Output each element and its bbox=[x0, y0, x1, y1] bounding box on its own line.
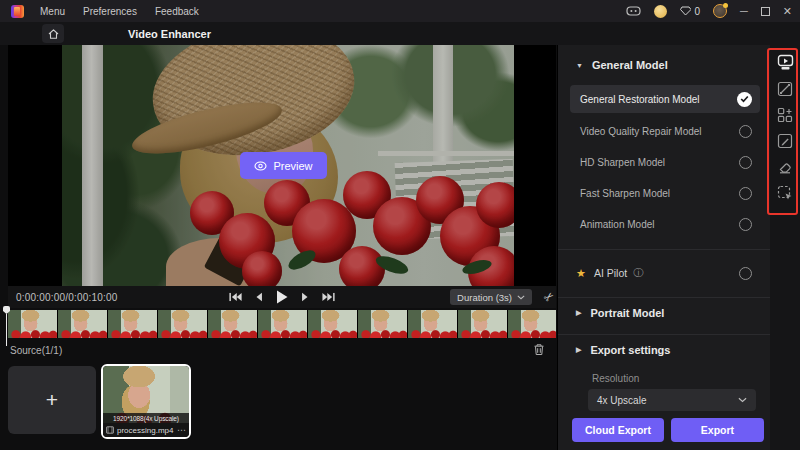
app-logo-icon bbox=[11, 5, 24, 18]
model-options: General Restoration ModelVideo Quality R… bbox=[570, 85, 760, 240]
minimize-icon[interactable]: ─ bbox=[740, 6, 748, 17]
duration-label: Duration (3s) bbox=[457, 292, 512, 303]
info-icon[interactable]: ⓘ bbox=[633, 266, 643, 280]
chevron-down-icon bbox=[517, 295, 525, 300]
edit-icon[interactable] bbox=[776, 132, 794, 150]
star-icon: ★ bbox=[576, 267, 586, 280]
divider bbox=[558, 334, 770, 335]
enhance-video-icon[interactable] bbox=[776, 53, 794, 71]
gem-icon bbox=[680, 6, 691, 16]
object-removal-icon[interactable] bbox=[776, 184, 794, 202]
export-settings-header[interactable]: ▶ Export settings bbox=[576, 344, 670, 356]
divider bbox=[558, 249, 770, 250]
divider bbox=[558, 297, 770, 298]
add-source-button[interactable]: + bbox=[8, 366, 96, 434]
close-icon[interactable]: ✕ bbox=[783, 6, 792, 17]
radio-checked-icon[interactable] bbox=[737, 92, 752, 107]
preferences-button[interactable]: Preferences bbox=[83, 6, 137, 17]
trash-icon[interactable] bbox=[533, 342, 545, 360]
page-title: Video Enhancer bbox=[128, 28, 211, 40]
collapse-arrow-icon: ▼ bbox=[576, 62, 583, 69]
preview-button[interactable]: Preview bbox=[240, 152, 327, 179]
model-option-hd-sharpen-model[interactable]: HD Sharpen Model bbox=[570, 147, 760, 178]
tabbar: Video Enhancer bbox=[0, 22, 800, 45]
video-file-icon bbox=[106, 426, 114, 434]
filmstrip-frame bbox=[508, 310, 556, 338]
general-model-header[interactable]: ▼ General Model bbox=[576, 59, 668, 71]
playhead-line bbox=[6, 314, 7, 346]
filmstrip-frame bbox=[8, 310, 57, 338]
filmstrip-frame bbox=[458, 310, 507, 338]
video-preview-stage: Preview bbox=[8, 45, 556, 286]
cloud-export-button[interactable]: Cloud Export bbox=[572, 418, 664, 442]
home-icon bbox=[47, 28, 60, 40]
expand-arrow-icon: ▶ bbox=[576, 346, 581, 354]
model-option-label: Animation Model bbox=[580, 219, 654, 230]
model-option-animation-model[interactable]: Animation Model bbox=[570, 209, 760, 240]
titlebar: Menu Preferences Feedback 0 ─ ✕ bbox=[0, 0, 800, 22]
filmstrip-frame bbox=[258, 310, 307, 338]
timecode: 0:00:00:00/0:00:10:00 bbox=[16, 292, 118, 303]
expand-arrow-icon: ▶ bbox=[576, 309, 581, 317]
previous-frame-icon[interactable] bbox=[255, 292, 263, 302]
source-thumbnail-card[interactable]: 1920*1088(4x Upscale) processing.mp4 ⋯ bbox=[101, 364, 191, 439]
transport-bar: 0:00:00:00/0:00:10:00 Duration (3s) ✂ bbox=[8, 286, 556, 308]
filmstrip-frame bbox=[208, 310, 257, 338]
filmstrip-frame bbox=[408, 310, 457, 338]
filmstrip-frame bbox=[108, 310, 157, 338]
portrait-model-title: Portrait Model bbox=[590, 307, 664, 319]
feedback-button[interactable]: Feedback bbox=[155, 6, 199, 17]
eraser-icon[interactable] bbox=[776, 158, 794, 176]
model-option-fast-sharpen-model[interactable]: Fast Sharpen Model bbox=[570, 178, 760, 209]
model-option-label: General Restoration Model bbox=[580, 94, 700, 105]
home-button[interactable] bbox=[42, 24, 64, 43]
model-option-label: HD Sharpen Model bbox=[580, 157, 665, 168]
export-settings-title: Export settings bbox=[590, 344, 670, 356]
radio-icon[interactable] bbox=[739, 156, 752, 169]
ai-pilot-radio[interactable] bbox=[739, 267, 752, 280]
plus-icon: + bbox=[46, 388, 58, 412]
maximize-icon[interactable] bbox=[761, 7, 770, 16]
gem-counter[interactable]: 0 bbox=[680, 6, 700, 17]
next-frame-icon[interactable] bbox=[301, 292, 309, 302]
general-model-title: General Model bbox=[592, 59, 668, 71]
user-avatar[interactable] bbox=[713, 4, 727, 18]
gold-avatar-icon[interactable] bbox=[654, 5, 667, 18]
preview-button-label: Preview bbox=[273, 160, 312, 172]
filmstrip-frame bbox=[158, 310, 207, 338]
radio-icon[interactable] bbox=[739, 187, 752, 200]
skip-start-icon[interactable] bbox=[229, 292, 242, 302]
chevron-down-icon bbox=[738, 397, 747, 403]
model-option-label: Video Quality Repair Model bbox=[580, 126, 702, 137]
filmstrip-frame bbox=[308, 310, 357, 338]
duration-dropdown[interactable]: Duration (3s) bbox=[450, 289, 532, 305]
skip-end-icon[interactable] bbox=[322, 292, 335, 302]
playhead-knob bbox=[3, 306, 10, 314]
discord-icon[interactable] bbox=[626, 5, 641, 17]
export-button[interactable]: Export bbox=[671, 418, 764, 442]
adjust-line-icon[interactable] bbox=[776, 80, 794, 98]
eye-icon bbox=[254, 161, 267, 171]
model-option-label: Fast Sharpen Model bbox=[580, 188, 670, 199]
menu-button[interactable]: Menu bbox=[40, 6, 65, 17]
ai-pilot-option[interactable]: ★ AI Pilot ⓘ bbox=[576, 258, 752, 288]
upscale-badge: 1920*1088(4x Upscale) bbox=[103, 413, 189, 423]
resolution-value: 4x Upscale bbox=[597, 395, 646, 406]
ai-pilot-label: AI Pilot bbox=[594, 267, 627, 279]
settings-panel: ▼ General Model General Restoration Mode… bbox=[557, 45, 770, 450]
source-panel: Source(1/1) + 1920*1088(4x Upscale) proc… bbox=[0, 338, 557, 450]
scissors-icon[interactable]: ✂ bbox=[541, 288, 558, 305]
playhead[interactable] bbox=[3, 306, 12, 346]
timeline-filmstrip[interactable] bbox=[8, 310, 556, 338]
source-filename: processing.mp4 bbox=[117, 426, 174, 435]
portrait-model-header[interactable]: ▶ Portrait Model bbox=[576, 307, 664, 319]
radio-icon[interactable] bbox=[739, 218, 752, 231]
resolution-dropdown[interactable]: 4x Upscale bbox=[588, 389, 756, 411]
right-toolbar bbox=[770, 45, 800, 450]
play-icon[interactable] bbox=[276, 290, 288, 304]
radio-icon[interactable] bbox=[739, 125, 752, 138]
model-option-general-restoration-model[interactable]: General Restoration Model bbox=[570, 85, 760, 113]
add-frame-icon[interactable] bbox=[776, 106, 794, 124]
gem-count: 0 bbox=[694, 6, 700, 17]
model-option-video-quality-repair-model[interactable]: Video Quality Repair Model bbox=[570, 116, 760, 147]
